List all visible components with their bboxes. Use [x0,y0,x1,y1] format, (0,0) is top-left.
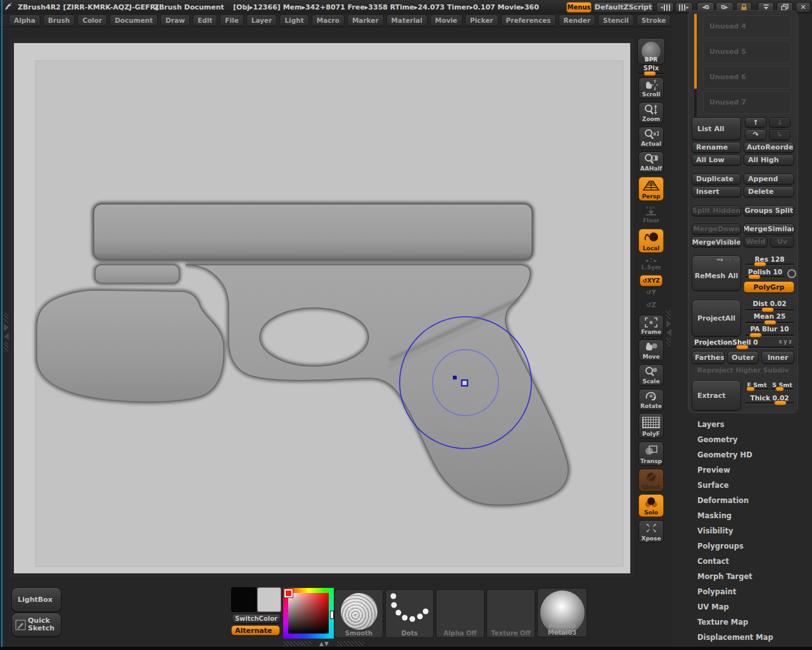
right-divider-open-icon[interactable] [666,320,671,328]
section-geometry[interactable]: Geometry [697,435,738,444]
lsym-button[interactable]: ◂ ⁚ ▸ L.Sym [638,255,664,272]
menu-alpha[interactable]: Alpha [9,15,41,26]
subtool-item[interactable]: Unused 7 [703,91,791,114]
menu-brush[interactable]: Brush [43,15,75,26]
z-rotation-button[interactable]: ↺Z [640,302,663,312]
menu-light[interactable]: Light [279,15,308,26]
section-surface[interactable]: Surface [697,481,729,490]
dots-stroke-thumbnail[interactable]: Dots [385,589,434,638]
left-divider-hatch[interactable] [4,313,8,323]
all-low-button[interactable]: All Low [692,155,741,165]
section-polygroups[interactable]: Polygroups [697,542,744,551]
section-polypaint[interactable]: Polypaint [697,587,736,596]
menu-movie[interactable]: Movie [430,15,462,26]
e-smt-slider[interactable]: E Smt [745,381,769,392]
pa-blur-slider[interactable]: PA Blur 10 [745,325,794,338]
merge-down-button[interactable]: MergeDown [692,224,741,234]
section-texture-map[interactable]: Texture Map [697,618,748,627]
section-preview[interactable]: Preview [697,466,730,475]
floor-button[interactable]: x y z Floor [638,203,664,225]
spix-slider[interactable]: SPix [637,65,665,76]
bpr-render-button[interactable]: BPR [637,38,665,65]
section-morph-target[interactable]: Morph Target [697,572,752,581]
sv-square[interactable] [288,593,329,634]
scale-button[interactable]: Scale [638,364,664,386]
extract-button[interactable]: Extract [692,380,741,411]
close-button[interactable]: ✕ [796,2,811,13]
menu-stencil[interactable]: Stencil [598,15,634,26]
section-contact[interactable]: Contact [697,557,729,566]
color-picker[interactable] [283,588,334,639]
subtool-item[interactable]: Unused 5 [703,41,791,63]
split-hidden-button[interactable]: Split Hidden [692,205,741,216]
subtool-up-button[interactable]: ↑ [745,117,766,127]
rotate-button[interactable]: Rotate [638,389,664,411]
duplicate-button[interactable]: Duplicate [692,174,741,184]
menus-toggle-button[interactable]: Menus [566,2,592,13]
subtool-turn-down-button[interactable]: ↳ [769,129,790,140]
stroke-thumbnail[interactable]: Smooth [334,589,383,638]
res-slider[interactable]: Res 128 [745,255,794,267]
lightbox-button[interactable]: LightBox [11,587,61,612]
transparency-button[interactable]: Transp [638,442,664,466]
zoom-button[interactable]: Zoom [638,102,664,124]
polygrp-button[interactable]: PolyGrp [744,281,794,293]
left-divider-open-icon[interactable] [4,324,9,331]
alpha-off-thumbnail[interactable]: Alpha Off [436,589,485,638]
delete-button[interactable]: Delete [744,186,794,197]
secondary-color-swatch[interactable] [257,587,281,612]
left-divider-close-icon[interactable] [4,333,9,340]
document-canvas[interactable] [10,38,634,577]
picker-selector[interactable] [284,589,293,597]
move-button[interactable]: Move [638,340,664,361]
material-thumbnail[interactable]: MatCap Metal03 [537,588,587,637]
polyframe-button[interactable]: PolyF [638,413,664,438]
local-button[interactable]: Local [638,229,664,253]
projection-axis-toggles[interactable]: x y z [778,339,792,345]
merge-visible-button[interactable]: MergeVisible [692,236,741,247]
merge-similar-button[interactable]: MergeSimilar [744,224,794,234]
polish-slider[interactable]: Polish 10 [745,268,785,279]
section-geometry-hd[interactable]: Geometry HD [697,450,752,459]
persp-button[interactable]: Persp [638,177,664,201]
menu-edit[interactable]: Edit [193,15,217,26]
thick-slider[interactable]: Thick 0.02 [745,394,794,405]
groups-split-button[interactable]: Groups Split [744,205,794,216]
zscript-prev-button[interactable]: ◂ [656,2,674,13]
subtool-scrollbar-thumb[interactable] [694,14,697,89]
menu-render[interactable]: Render [559,15,596,26]
reproject-button[interactable]: Reproject Higher Subdiv [692,365,794,374]
ghost-button[interactable]: Ghost [638,469,664,492]
menu-marker[interactable]: Marker [347,15,384,26]
section-deformation[interactable]: Deformation [697,496,749,505]
scroll-button[interactable]: Scroll [638,77,664,99]
xpose-button[interactable]: ↖ ↗↙ ↘ Xpose [638,520,664,543]
subtool-item[interactable]: Unused 6 [703,66,791,89]
insert-button[interactable]: Insert [692,186,741,197]
texture-off-thumbnail[interactable]: Texture Off [486,589,535,638]
menu-material[interactable]: Material [386,15,428,26]
list-all-button[interactable]: List All [692,117,741,140]
subtool-turn-button[interactable]: ↷ [745,129,766,140]
switch-color-button[interactable]: SwitchColor [232,614,281,623]
outer-button[interactable]: Outer [727,351,759,364]
alternate-button[interactable]: Alternate [231,625,280,635]
hue-strip-top[interactable] [288,588,334,593]
menu-color[interactable]: Color [77,15,107,26]
right-divider-hatch2[interactable] [666,338,671,347]
y-rotation-button[interactable]: ↺Y [640,289,663,299]
section-masking[interactable]: Masking [697,511,732,520]
dist-slider[interactable]: Dist 0.02 [745,300,794,312]
main-color-swatch[interactable] [231,587,257,612]
menu-layer[interactable]: Layer [246,15,277,26]
menu-preferences[interactable]: Preferences [501,15,556,26]
actual-size-button[interactable]: x1 Actual [638,127,664,148]
menu-file[interactable]: File [220,15,244,26]
inner-button[interactable]: Inner [761,351,794,364]
all-high-button[interactable]: All High [744,155,794,165]
subtool-scrollbar[interactable] [694,14,697,117]
project-all-button[interactable]: ProjectAll [692,300,741,336]
section-displacement-map[interactable]: Displacement Map [697,633,773,642]
frame-button[interactable]: Frame [638,315,664,336]
section-layers[interactable]: Layers [697,420,725,429]
